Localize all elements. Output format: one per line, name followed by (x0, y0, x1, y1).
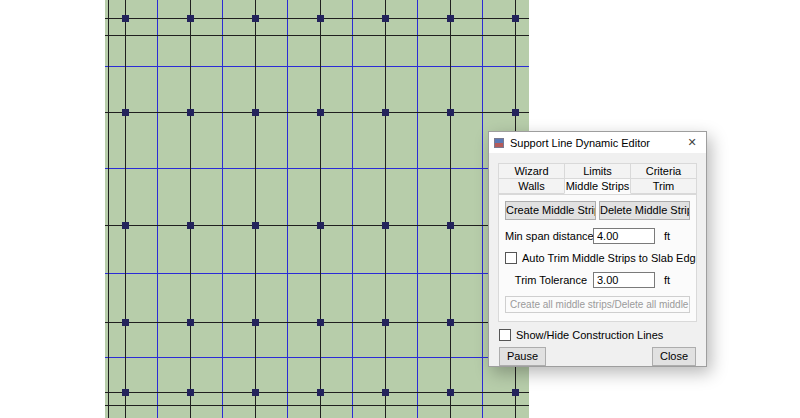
column-node[interactable] (187, 109, 194, 116)
dialog-footer: Pause Close (499, 347, 696, 366)
construction-lines-checkbox[interactable] (499, 329, 511, 341)
middle-strip-line-vertical[interactable] (287, 0, 288, 418)
middle-strip-line-horizontal[interactable] (105, 66, 529, 67)
strip-buttons-row: Create Middle Strips Delete Middle Strip… (505, 201, 690, 220)
middle-strip-line-horizontal[interactable] (105, 273, 529, 274)
app-icon (494, 138, 504, 148)
tab-limits[interactable]: Limits (564, 163, 631, 179)
support-line-horizontal[interactable] (105, 35, 529, 36)
column-node[interactable] (252, 389, 259, 396)
column-node[interactable] (382, 15, 389, 22)
column-node[interactable] (122, 319, 129, 326)
column-node[interactable] (512, 109, 519, 116)
support-line-vertical[interactable] (255, 0, 256, 418)
middle-strip-line-horizontal[interactable] (105, 357, 529, 358)
column-node[interactable] (122, 109, 129, 116)
slab-region (105, 0, 529, 418)
tab-wizard[interactable]: Wizard (498, 163, 565, 179)
min-span-row: Min span distance ft (505, 228, 690, 244)
min-span-unit: ft (664, 230, 670, 242)
support-line-vertical[interactable] (450, 0, 451, 418)
dialog-window: Support Line Dynamic Editor ✕ Wizard Lim… (488, 131, 707, 367)
column-node[interactable] (317, 109, 324, 116)
dialog-title: Support Line Dynamic Editor (510, 137, 678, 149)
column-node[interactable] (317, 222, 324, 229)
column-node[interactable] (187, 222, 194, 229)
strips-hint-text: Create all middle strips/Delete all midd… (505, 296, 690, 313)
support-line-horizontal[interactable] (105, 405, 529, 406)
column-node[interactable] (382, 319, 389, 326)
column-node[interactable] (447, 15, 454, 22)
column-node[interactable] (252, 109, 259, 116)
column-node[interactable] (317, 15, 324, 22)
close-button[interactable]: Close (652, 347, 696, 366)
support-line-vertical[interactable] (190, 0, 191, 418)
auto-trim-label: Auto Trim Middle Strips to Slab Edge (522, 252, 697, 264)
column-node[interactable] (252, 319, 259, 326)
tab-trim[interactable]: Trim (630, 178, 697, 194)
close-icon[interactable]: ✕ (678, 132, 706, 153)
support-line-vertical[interactable] (385, 0, 386, 418)
trim-tolerance-label: Trim Tolerance (505, 274, 593, 286)
dialog-titlebar[interactable]: Support Line Dynamic Editor ✕ (489, 132, 706, 153)
middle-strip-line-vertical[interactable] (352, 0, 353, 418)
trim-tolerance-input[interactable] (593, 272, 655, 288)
create-middle-strips-button[interactable]: Create Middle Strips (505, 201, 596, 220)
column-node[interactable] (512, 15, 519, 22)
middle-strip-line-horizontal[interactable] (105, 168, 529, 169)
column-node[interactable] (317, 319, 324, 326)
column-node[interactable] (252, 222, 259, 229)
column-node[interactable] (187, 15, 194, 22)
tab-walls[interactable]: Walls (498, 178, 565, 194)
tab-row-2: Walls Middle Strips Trim (498, 179, 697, 194)
column-node[interactable] (382, 389, 389, 396)
column-node[interactable] (187, 319, 194, 326)
auto-trim-checkbox[interactable] (505, 252, 517, 264)
support-line-vertical[interactable] (320, 0, 321, 418)
pause-button[interactable]: Pause (499, 347, 546, 366)
trim-tolerance-row: Trim Tolerance ft (505, 272, 690, 288)
construction-lines-label: Show/Hide Construction Lines (516, 329, 663, 341)
middle-strip-line-vertical[interactable] (157, 0, 158, 418)
column-node[interactable] (512, 389, 519, 396)
tab-row-1: Wizard Limits Criteria (498, 163, 697, 179)
tab-criteria[interactable]: Criteria (630, 163, 697, 179)
column-node[interactable] (382, 109, 389, 116)
trim-tolerance-unit: ft (664, 274, 670, 286)
middle-strips-panel: Create Middle Strips Delete Middle Strip… (498, 194, 697, 322)
support-line-vertical[interactable] (125, 0, 126, 418)
column-node[interactable] (447, 222, 454, 229)
min-span-input[interactable] (593, 228, 655, 244)
column-node[interactable] (382, 222, 389, 229)
column-node[interactable] (187, 389, 194, 396)
column-node[interactable] (447, 389, 454, 396)
column-node[interactable] (122, 389, 129, 396)
delete-middle-strips-button[interactable]: Delete Middle Strips (599, 201, 690, 220)
middle-strip-line-vertical[interactable] (417, 0, 418, 418)
support-line-vertical[interactable] (108, 0, 109, 418)
column-node[interactable] (122, 222, 129, 229)
min-span-label: Min span distance (505, 230, 593, 242)
middle-strip-line-vertical[interactable] (482, 0, 483, 418)
column-node[interactable] (447, 109, 454, 116)
column-node[interactable] (447, 319, 454, 326)
column-node[interactable] (122, 15, 129, 22)
construction-lines-row: Show/Hide Construction Lines (499, 329, 696, 341)
auto-trim-row: Auto Trim Middle Strips to Slab Edge (505, 252, 690, 264)
middle-strip-line-vertical[interactable] (222, 0, 223, 418)
tab-middle-strips[interactable]: Middle Strips (564, 178, 631, 194)
column-node[interactable] (317, 389, 324, 396)
column-node[interactable] (252, 15, 259, 22)
tab-control: Wizard Limits Criteria Walls Middle Stri… (498, 163, 697, 194)
